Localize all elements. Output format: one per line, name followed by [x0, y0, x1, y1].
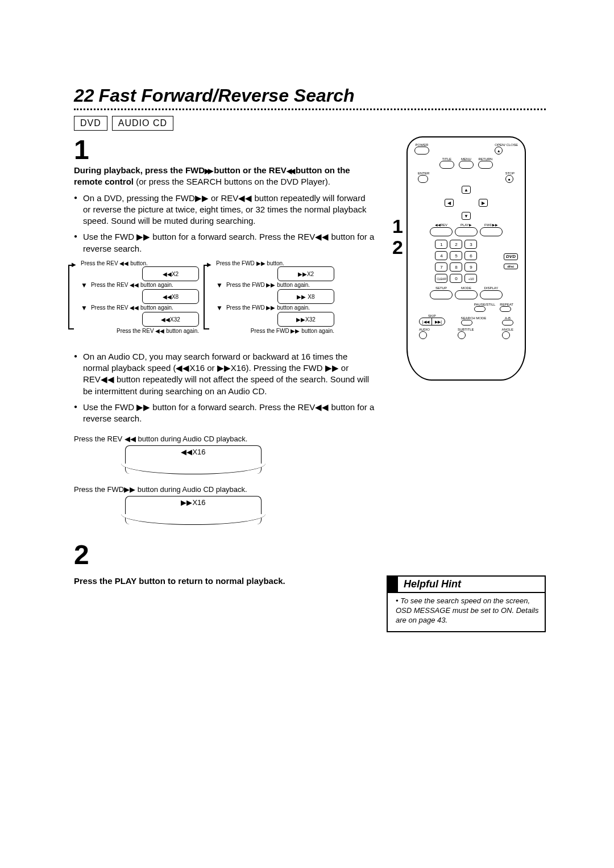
lbl-audio: AUDIO [419, 328, 430, 331]
remote-callout-numbers: 1 2 [392, 136, 403, 381]
disc-logos: DVD disc [504, 253, 518, 269]
flow-fwd-top: Press the FWD ▶▶ button. [216, 260, 334, 266]
arrow-down-icon: ▼ [216, 281, 223, 289]
key-plus10: +10 [464, 274, 477, 283]
audiocd-bullet-2: Use the FWD ▶▶ button for a forward sear… [74, 402, 375, 425]
lbl-setup: SETUP [430, 286, 453, 290]
btn-enter [418, 175, 428, 183]
lbl-search: SEARCH MODE [461, 316, 487, 320]
dpad-right: ▶ [479, 199, 488, 207]
step1-lead-d: (or press the SEARCH buttons on the DVD … [134, 177, 330, 186]
audiocd-rev-label: Press the REV ◀◀ button during Audio CD … [74, 435, 375, 443]
dpad: ▲ ▼ ◀ ▶ [438, 186, 495, 220]
btn-search [461, 320, 472, 326]
flow-rev-again1: Press the REV ◀◀ button again. [91, 282, 173, 288]
callout-2: 2 [392, 237, 403, 258]
lbl-pause: PAUSE/STILL [474, 303, 496, 306]
btn-play [455, 227, 478, 236]
btn-repeat [500, 306, 511, 312]
step2-number: 2 [74, 541, 375, 569]
remote-diagram: POWER OPEN/ CLOSE ▲ TITLE MENU RETURN [406, 136, 526, 381]
fwd-icon [205, 165, 211, 175]
key-8: 8 [450, 262, 462, 272]
step1-number: 1 [74, 136, 375, 164]
flow-rev-x8: ◀◀X8 [142, 289, 199, 304]
disc-logo: disc [504, 264, 518, 269]
btn-return [478, 161, 493, 169]
btn-angle [502, 331, 510, 339]
divider-dots [74, 108, 546, 110]
btn-display [480, 290, 503, 299]
step1-bullet-1: On a DVD, pressing the FWD▶▶ or REV◀◀ bu… [74, 193, 375, 227]
audiocd-fwd-label: Press the FWD▶▶ button during Audio CD p… [74, 485, 375, 494]
lbl-power: POWER [414, 143, 429, 147]
key-0: 0 [450, 274, 462, 283]
key-6: 6 [464, 251, 477, 260]
key-3: 3 [464, 240, 477, 249]
lbl-play: PLAY▶ [455, 223, 478, 227]
arrow-down-icon: ▼ [216, 304, 223, 312]
dpad-left: ◀ [445, 199, 454, 207]
audiocd-fwd-box: ▶▶X16 [125, 496, 262, 524]
key-2: 2 [450, 240, 462, 249]
lbl-display: DISPLAY [480, 286, 503, 290]
tag-audiocd: AUDIO CD [112, 116, 173, 131]
flow-fwd-again3: Press the FWD ▶▶ button again. [216, 328, 334, 334]
btn-pause [474, 306, 486, 312]
btn-fwd [480, 227, 503, 236]
flow-fwd-x32: ▶▶X32 [277, 312, 334, 327]
lbl-enter: ENTER [418, 172, 429, 175]
key-9: 9 [464, 262, 477, 272]
page-title: Fast Forward/Reverse Search [99, 85, 355, 106]
lbl-mode: MODE [455, 286, 478, 290]
btn-subtitle [458, 331, 466, 339]
tag-dvd: DVD [74, 116, 107, 131]
flow-rev-top: Press the REV ◀◀ button. [81, 260, 199, 266]
btn-power [414, 147, 429, 155]
flow-rev-again3: Press the REV ◀◀ button again. [81, 328, 199, 334]
callout-1: 1 [392, 216, 403, 237]
audiocd-bullet-1: On an Audio CD, you may search forward o… [74, 351, 375, 397]
lbl-fwd: FWD▶▶ [480, 223, 503, 227]
lbl-angle: ANGLE [502, 328, 513, 331]
lbl-stop: STOP [505, 172, 515, 175]
lbl-return: RETURN [478, 157, 493, 161]
lbl-ab: A-B [502, 316, 513, 320]
arrow-down-icon: ▼ [81, 304, 88, 312]
rev-icon [287, 165, 293, 175]
audiocd-rev-box: ◀◀X16 [125, 445, 262, 474]
rev-return-arrow [68, 265, 74, 329]
btn-audio [419, 331, 427, 339]
helpful-hint-body: To see the search speed on the screen, O… [388, 593, 545, 631]
btn-menu [459, 161, 474, 169]
flow-fwd-x2: ▶▶X2 [277, 266, 334, 281]
btn-openclose: ▲ [495, 147, 503, 155]
flow-rev-again2: Press the REV ◀◀ button again. [91, 304, 173, 311]
fwd-return-arrow [204, 265, 209, 329]
flow-fwd-again2: Press the FWD ▶▶ button again. [226, 304, 310, 311]
skip-prev-icon: |◀◀ [420, 318, 433, 325]
btn-mode [455, 290, 478, 299]
flow-rev-x32: ◀◀X32 [142, 312, 199, 327]
skip-next-icon: ▶▶| [432, 318, 445, 325]
step1-lead: During playback, press the FWD button or… [74, 165, 375, 188]
btn-ab [502, 320, 513, 326]
lbl-menu: MENU [459, 157, 474, 161]
btn-title [439, 161, 454, 169]
lbl-rev: ◀◀REV [430, 223, 453, 227]
btn-rev [430, 227, 453, 236]
dpad-down: ▼ [462, 212, 471, 220]
key-clear: CLEAR [435, 274, 447, 283]
flow-fwd-again1: Press the FWD ▶▶ button again. [226, 282, 310, 288]
lbl-title: TITLE [439, 157, 454, 161]
flow-rev-x2: ◀◀X2 [142, 266, 199, 281]
page-number: 22 [74, 85, 94, 106]
helpful-hint-box: Helpful Hint To see the search speed on … [387, 575, 546, 632]
key-1: 1 [435, 240, 447, 249]
btn-stop: ■ [505, 175, 513, 183]
step1-bullet-2: Use the FWD ▶▶ button for a forward sear… [74, 231, 375, 254]
dpad-up: ▲ [462, 186, 471, 194]
key-5: 5 [450, 251, 462, 260]
flow-fwd-x8: ▶▶ X8 [277, 289, 334, 304]
btn-skip: |◀◀ ▶▶| [419, 318, 445, 326]
